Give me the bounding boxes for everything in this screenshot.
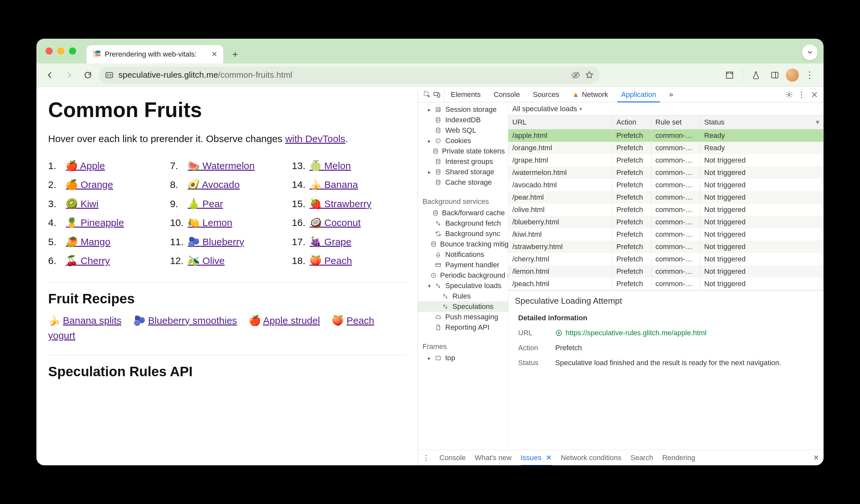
- table-cell-ruleset[interactable]: common-…: [651, 167, 700, 179]
- table-cell-url[interactable]: /strawberry.html: [508, 241, 613, 253]
- sidebar-item-web-sql[interactable]: Web SQL: [418, 125, 508, 135]
- table-cell-url[interactable]: /blueberry.html: [508, 216, 613, 228]
- devtools-tab-console[interactable]: Console: [487, 87, 527, 102]
- table-cell-action[interactable]: Prefetch: [613, 265, 651, 278]
- table-cell-status[interactable]: Not triggered: [700, 278, 823, 290]
- table-cell-status[interactable]: Not triggered: [700, 204, 823, 216]
- sidebar-item-rules[interactable]: Rules: [418, 291, 508, 301]
- table-header[interactable]: URL: [508, 115, 613, 129]
- table-cell-ruleset[interactable]: common-…: [651, 278, 700, 290]
- incognito-eye-icon[interactable]: [571, 71, 580, 80]
- table-cell-status[interactable]: Not triggered: [700, 241, 823, 253]
- fruit-link[interactable]: 🍍 Pineapple: [66, 217, 124, 228]
- table-cell-action[interactable]: Prefetch: [613, 278, 651, 290]
- fruit-link[interactable]: 🍎 Apple: [66, 160, 105, 171]
- drawer-close-icon[interactable]: ✕: [813, 453, 819, 462]
- table-cell-url[interactable]: /kiwi.html: [508, 228, 613, 241]
- table-cell-url[interactable]: /grape.html: [508, 154, 613, 167]
- table-cell-ruleset[interactable]: common-…: [651, 204, 700, 216]
- table-header[interactable]: Action: [613, 115, 651, 129]
- tabs-overflow-button[interactable]: [802, 45, 818, 60]
- devtools-tab-network[interactable]: ▲ Network: [565, 87, 614, 102]
- table-cell-ruleset[interactable]: common-…: [651, 154, 700, 167]
- table-cell-action[interactable]: Prefetch: [613, 191, 651, 204]
- table-cell-status[interactable]: Not triggered: [700, 191, 823, 204]
- drawer-tab-rendering[interactable]: Rendering: [662, 453, 696, 462]
- table-cell-url[interactable]: /pear.html: [508, 191, 613, 204]
- speculation-filter[interactable]: All speculative loads▾: [508, 102, 823, 115]
- table-cell-ruleset[interactable]: common-…: [651, 265, 700, 278]
- table-cell-url[interactable]: /orange.html: [508, 142, 613, 154]
- drawer-tab-issues[interactable]: Issues✕: [521, 453, 552, 462]
- fruit-link[interactable]: 🍓 Strawberry: [310, 198, 371, 209]
- table-cell-status[interactable]: Not triggered: [700, 216, 823, 228]
- sidebar-item-interest-groups[interactable]: Interest groups: [418, 156, 508, 167]
- drawer-menu-icon[interactable]: ⋮: [422, 453, 430, 462]
- fruit-link[interactable]: 🫒 Olive: [188, 255, 225, 266]
- table-header[interactable]: Rule set: [651, 115, 700, 129]
- recipe-link[interactable]: Banana splits: [63, 315, 121, 326]
- table-cell-action[interactable]: Prefetch: [613, 129, 651, 142]
- table-cell-url[interactable]: /avocado.html: [508, 179, 613, 191]
- fruit-link[interactable]: 🥥 Coconut: [310, 217, 361, 228]
- table-cell-action[interactable]: Prefetch: [613, 154, 651, 167]
- table-cell-ruleset[interactable]: common-…: [651, 142, 700, 154]
- fruit-link[interactable]: 🍐 Pear: [188, 198, 223, 209]
- sidebar-item-back-forward-cache[interactable]: Back/forward cache: [418, 208, 508, 218]
- table-cell-status[interactable]: Not triggered: [700, 253, 823, 265]
- table-cell-status[interactable]: Not triggered: [700, 179, 823, 191]
- table-cell-url[interactable]: /olive.html: [508, 204, 613, 216]
- table-cell-ruleset[interactable]: common-…: [651, 191, 700, 204]
- sidebar-item-speculations[interactable]: Speculations: [418, 301, 508, 312]
- table-cell-action[interactable]: Prefetch: [613, 241, 651, 253]
- table-cell-url[interactable]: /apple.html: [508, 129, 613, 142]
- bookmark-star-icon[interactable]: [585, 71, 594, 80]
- fruit-link[interactable]: 🍇 Grape: [310, 236, 352, 247]
- site-settings-icon[interactable]: [105, 71, 114, 80]
- table-cell-status[interactable]: Not triggered: [700, 265, 823, 278]
- profile-avatar[interactable]: [786, 69, 799, 82]
- sidebar-item-background-fetch[interactable]: Background fetch: [418, 218, 508, 229]
- extensions-button[interactable]: [722, 67, 737, 83]
- sidebar-item-cache-storage[interactable]: Cache storage: [418, 177, 508, 188]
- zoom-window-button[interactable]: [69, 47, 76, 55]
- table-cell-action[interactable]: Prefetch: [613, 253, 651, 265]
- fruit-link[interactable]: 🥑 Avocado: [188, 179, 240, 190]
- table-cell-status[interactable]: Ready: [700, 142, 823, 154]
- fruit-link[interactable]: 🍒 Cherry: [66, 255, 110, 266]
- fruit-link[interactable]: 🥝 Kiwi: [66, 198, 98, 209]
- reload-button[interactable]: [80, 67, 96, 83]
- devtools-tab-sources[interactable]: Sources: [526, 87, 565, 102]
- fruit-link[interactable]: 🍌 Banana: [310, 179, 358, 190]
- table-cell-url[interactable]: /peach.html: [508, 278, 613, 290]
- sidebar-item-push-messaging[interactable]: Push messaging: [418, 312, 508, 322]
- minimize-window-button[interactable]: [57, 47, 64, 55]
- back-button[interactable]: [42, 67, 58, 83]
- fruit-link[interactable]: 🍊 Orange: [66, 179, 113, 190]
- close-window-button[interactable]: [45, 47, 53, 55]
- sidebar-item-speculative-loads[interactable]: ▾Speculative loads: [418, 280, 508, 291]
- tab-close-icon[interactable]: ✕: [212, 50, 217, 59]
- drawer-tab-what-s-new[interactable]: What's new: [475, 453, 512, 462]
- sidebar-item-background-sync[interactable]: Background sync: [418, 229, 508, 239]
- sidebar-item-session-storage[interactable]: ▸Session storage: [418, 104, 508, 115]
- table-cell-ruleset[interactable]: common-…: [651, 253, 700, 265]
- gear-icon[interactable]: [785, 91, 793, 99]
- table-cell-status[interactable]: Not triggered: [700, 154, 823, 167]
- devtools-link[interactable]: with DevTools: [285, 133, 345, 144]
- devtools-menu-icon[interactable]: ⋮: [798, 90, 806, 99]
- table-cell-url[interactable]: /watermelon.html: [508, 167, 613, 179]
- inspect-icon[interactable]: [423, 91, 431, 99]
- devtools-tab-application[interactable]: Application: [615, 87, 663, 102]
- table-cell-ruleset[interactable]: common-…: [651, 179, 700, 191]
- table-header[interactable]: Status▾: [700, 115, 823, 129]
- fruit-link[interactable]: 🍉 Watermelon: [188, 160, 255, 171]
- sidebar-item-payment-handler[interactable]: Payment handler: [418, 260, 508, 270]
- table-cell-ruleset[interactable]: common-…: [651, 228, 700, 241]
- table-cell-status[interactable]: Not triggered: [700, 228, 823, 241]
- drawer-tab-search[interactable]: Search: [630, 453, 653, 462]
- drawer-tab-console[interactable]: Console: [440, 453, 466, 462]
- devtools-tab-elements[interactable]: Elements: [444, 87, 487, 102]
- labs-button[interactable]: [748, 67, 764, 83]
- table-cell-ruleset[interactable]: common-…: [651, 241, 700, 253]
